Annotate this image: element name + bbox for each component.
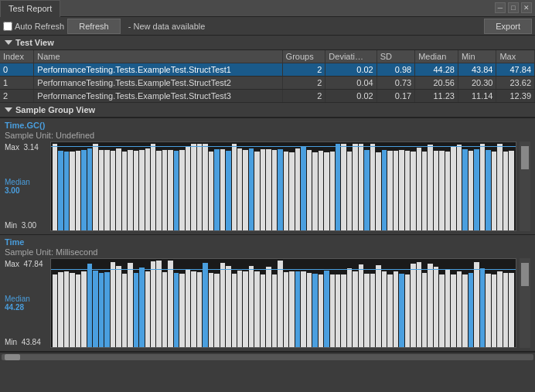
bar	[197, 272, 202, 347]
maximize-icon: □	[511, 4, 515, 12]
test-view-section: Test View Index Name Groups Deviati… SD …	[0, 36, 535, 103]
hscroll-thumb[interactable]	[5, 354, 20, 360]
bar	[284, 272, 288, 347]
bar	[209, 273, 213, 347]
bar	[417, 262, 421, 347]
min-label: Min	[5, 338, 17, 346]
bar	[312, 152, 317, 231]
bar	[445, 152, 450, 230]
bar	[226, 266, 230, 347]
bar	[266, 267, 271, 347]
col-deviation[interactable]: Deviati…	[325, 50, 377, 63]
col-min[interactable]: Min	[458, 50, 496, 63]
sample-group-view-header: Sample Group View	[0, 103, 535, 118]
auto-refresh-checkbox[interactable]: Auto Refresh	[3, 22, 64, 31]
col-index[interactable]: Index	[0, 50, 34, 63]
bar	[53, 274, 57, 347]
bar	[353, 144, 357, 230]
title-text: Test Report	[9, 4, 52, 13]
maximize-button[interactable]: □	[508, 2, 519, 13]
table-row[interactable]: 0PerformanceTesting.Tests.ExampleTest.St…	[0, 63, 535, 77]
bars-container	[51, 142, 516, 230]
bar	[353, 271, 357, 347]
bar	[324, 152, 329, 230]
col-groups[interactable]: Groups	[282, 50, 325, 63]
bar	[145, 271, 150, 347]
toolbar: Auto Refresh Refresh - New data availabl…	[0, 17, 535, 36]
bar	[307, 273, 312, 347]
bar	[254, 152, 259, 230]
close-button[interactable]: ✕	[521, 2, 532, 13]
auto-refresh-input[interactable]	[3, 22, 12, 31]
chart-main	[50, 141, 516, 231]
bar	[492, 152, 496, 230]
bar	[462, 274, 467, 347]
col-median[interactable]: Median	[415, 50, 458, 63]
bar	[405, 274, 410, 347]
bar	[319, 274, 323, 347]
bar	[220, 263, 225, 347]
bar	[457, 271, 462, 347]
table-row[interactable]: 1PerformanceTesting.Tests.ExampleTest.St…	[0, 77, 535, 90]
title-bar-controls: ─ □ ✕	[495, 2, 532, 13]
horizontal-scrollbar[interactable]	[0, 352, 535, 361]
bar	[243, 150, 247, 230]
median-value: 44.28	[5, 303, 24, 312]
bar	[179, 150, 184, 230]
col-name[interactable]: Name	[34, 50, 282, 63]
auto-refresh-label: Auto Refresh	[15, 22, 64, 31]
bar	[116, 266, 121, 347]
bar	[394, 151, 398, 230]
export-button[interactable]: Export	[484, 19, 532, 34]
bar	[168, 261, 172, 347]
bar	[162, 272, 167, 347]
bar	[237, 271, 242, 347]
table-row[interactable]: 2PerformanceTesting.Tests.ExampleTest.St…	[0, 90, 535, 103]
bar	[428, 145, 432, 230]
min-value: 43.84	[22, 338, 41, 346]
bar	[203, 263, 207, 347]
bar	[509, 151, 513, 230]
bar	[64, 271, 69, 347]
bar	[232, 144, 237, 230]
max-label: Max	[5, 143, 19, 152]
bar	[405, 151, 410, 230]
minimize-button[interactable]: ─	[495, 2, 506, 13]
chart-area: Max 47.84Median 44.28Min 43.84	[0, 258, 535, 351]
bar	[237, 148, 242, 230]
bar	[209, 152, 213, 230]
chart-scrollbar[interactable]	[520, 258, 530, 348]
col-max[interactable]: Max	[496, 50, 535, 63]
bar	[289, 152, 294, 230]
max-value: 3.14	[23, 143, 38, 152]
test-table: Index Name Groups Deviati… SD Median Min…	[0, 50, 535, 103]
refresh-button[interactable]: Refresh	[67, 19, 121, 34]
bar	[174, 273, 179, 347]
bar	[284, 152, 288, 230]
bar	[382, 271, 387, 347]
group-subtitle: Sample Unit: Undefined	[0, 131, 535, 141]
scrollbar-thumb[interactable]	[521, 146, 529, 169]
bar	[462, 149, 467, 230]
col-sd[interactable]: SD	[377, 50, 414, 63]
chart-scrollbar[interactable]	[520, 141, 530, 231]
bar	[497, 144, 502, 230]
bar	[81, 271, 86, 347]
bar	[104, 272, 109, 347]
bar	[87, 148, 92, 230]
bars-container	[51, 259, 516, 347]
bar	[394, 271, 398, 347]
bar	[330, 274, 335, 347]
bar	[87, 264, 92, 347]
scrollbar-thumb[interactable]	[521, 263, 529, 286]
bar	[99, 150, 104, 230]
median-label: Median	[5, 295, 30, 303]
bar	[186, 147, 190, 230]
bar	[399, 150, 404, 230]
collapse-test-view-icon[interactable]	[5, 40, 12, 45]
bar	[307, 150, 312, 230]
collapse-sample-view-icon[interactable]	[5, 107, 12, 112]
median-value: 3.00	[5, 186, 19, 195]
bar	[434, 151, 438, 230]
bar	[243, 271, 247, 347]
